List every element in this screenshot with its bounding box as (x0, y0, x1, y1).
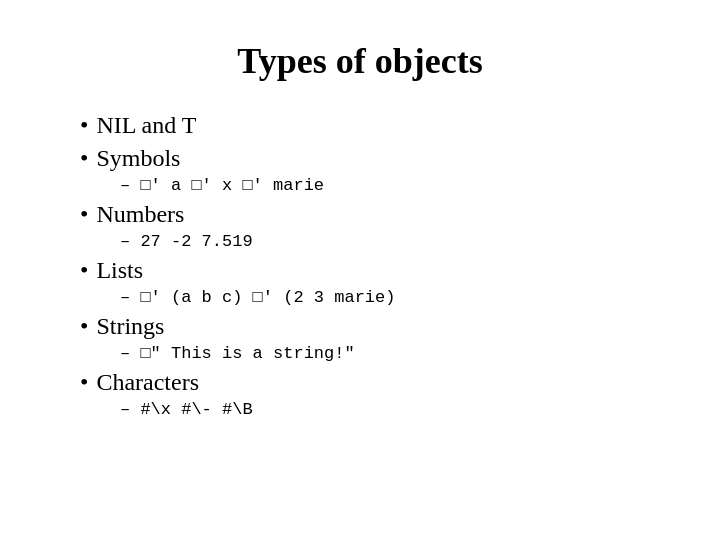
content-area: • NIL and T • Symbols – □' a □' x □' mar… (60, 112, 660, 510)
page-title: Types of objects (60, 40, 660, 82)
bullet-group-lists: • Lists – □' (a b c) □' (2 3 marie) (80, 257, 660, 307)
bullet-dot-lists: • (80, 257, 88, 284)
bullet-dot-characters: • (80, 369, 88, 396)
sub-numbers: – 27 -2 7.519 (80, 232, 660, 251)
bullet-label-numbers: Numbers (96, 201, 184, 228)
bullet-label-nil: NIL and T (96, 112, 196, 139)
sub-symbols: – □' a □' x □' marie (80, 176, 660, 195)
sub-characters: – #\x #\- #\B (80, 400, 660, 419)
bullet-label-symbols: Symbols (96, 145, 180, 172)
bullet-dot-symbols: • (80, 145, 88, 172)
bullet-numbers: • Numbers (80, 201, 660, 228)
bullet-nil: • NIL and T (80, 112, 660, 139)
bullet-label-characters: Characters (96, 369, 199, 396)
bullet-group-strings: • Strings – □" This is a string!" (80, 313, 660, 363)
bullet-label-lists: Lists (96, 257, 143, 284)
sub-lists: – □' (a b c) □' (2 3 marie) (80, 288, 660, 307)
bullet-group-symbols: • Symbols – □' a □' x □' marie (80, 145, 660, 195)
bullet-lists: • Lists (80, 257, 660, 284)
sub-strings: – □" This is a string!" (80, 344, 660, 363)
bullet-group-characters: • Characters – #\x #\- #\B (80, 369, 660, 419)
page: Types of objects • NIL and T • Symbols –… (0, 0, 720, 540)
bullet-dot-nil: • (80, 112, 88, 139)
bullet-characters: • Characters (80, 369, 660, 396)
bullet-group-nil: • NIL and T (80, 112, 660, 139)
bullet-dot-strings: • (80, 313, 88, 340)
bullet-symbols: • Symbols (80, 145, 660, 172)
bullet-dot-numbers: • (80, 201, 88, 228)
bullet-label-strings: Strings (96, 313, 164, 340)
bullet-strings: • Strings (80, 313, 660, 340)
bullet-group-numbers: • Numbers – 27 -2 7.519 (80, 201, 660, 251)
